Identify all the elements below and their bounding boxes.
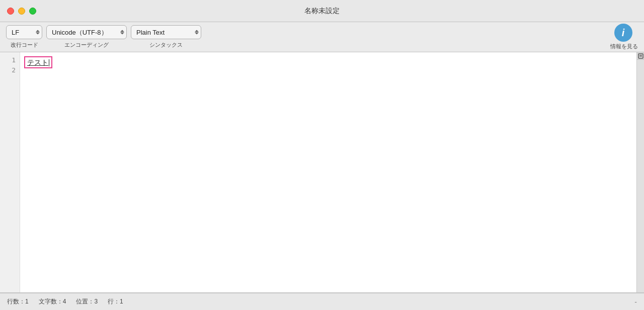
encoding-label: エンコーディング (64, 41, 109, 49)
title-bar: 名称未設定 (0, 0, 644, 22)
status-char-count: 文字数：4 (39, 297, 66, 306)
highlighted-text: テスト (24, 56, 52, 68)
line-1-text: テスト (27, 58, 48, 66)
editor-content[interactable]: テスト (20, 52, 644, 292)
minimize-button[interactable] (18, 8, 25, 15)
status-bar: 行数：1 文字数：4 位置：3 行：1 - (0, 293, 644, 310)
encoding-select[interactable]: Unicode（UTF-8） UTF-16 Shift_JIS (46, 25, 127, 39)
syntax-select[interactable]: Plain Text HTML JavaScript (131, 25, 201, 39)
syntax-label: シンタックス (149, 41, 183, 49)
syntax-group: Plain Text HTML JavaScript シンタックス (131, 25, 201, 49)
lineending-label: 改行コード (11, 41, 38, 49)
line-number-2: 2 (0, 65, 16, 75)
lineending-group: LF CR CRLF 改行コード (6, 25, 42, 49)
syntax-select-wrapper[interactable]: Plain Text HTML JavaScript (131, 25, 201, 39)
toolbar: LF CR CRLF 改行コード Unicode（UTF-8） UTF-16 S… (0, 22, 644, 52)
window-controls (7, 8, 36, 15)
encoding-select-wrapper[interactable]: Unicode（UTF-8） UTF-16 Shift_JIS (46, 25, 127, 39)
line-1: テスト (24, 54, 640, 68)
status-row: 行：1 (108, 297, 123, 306)
lineending-select-wrapper[interactable]: LF CR CRLF (6, 25, 42, 39)
status-line-count: 行数：1 (7, 297, 29, 306)
maximize-button[interactable] (29, 8, 36, 15)
status-right: - (634, 298, 637, 306)
scrollbar-right[interactable] (636, 52, 644, 292)
encoding-group: Unicode（UTF-8） UTF-16 Shift_JIS エンコーディング (46, 25, 127, 49)
status-left: 行数：1 文字数：4 位置：3 行：1 (7, 297, 123, 306)
line-number-1: 1 (0, 55, 16, 65)
window-title: 名称未設定 (304, 7, 340, 16)
line-2 (24, 68, 640, 78)
line-numbers: 1 2 (0, 52, 20, 292)
editor-container: 1 2 テスト (0, 52, 644, 293)
lineending-select[interactable]: LF CR CRLF (6, 25, 42, 39)
close-button[interactable] (7, 8, 14, 15)
info-button[interactable]: i (614, 24, 632, 42)
text-cursor (49, 59, 49, 66)
info-group: i 情報を見る (610, 24, 638, 50)
status-position: 位置：3 (76, 297, 98, 306)
info-label: 情報を見る (610, 43, 638, 50)
scroll-to-top-icon[interactable] (637, 52, 645, 60)
